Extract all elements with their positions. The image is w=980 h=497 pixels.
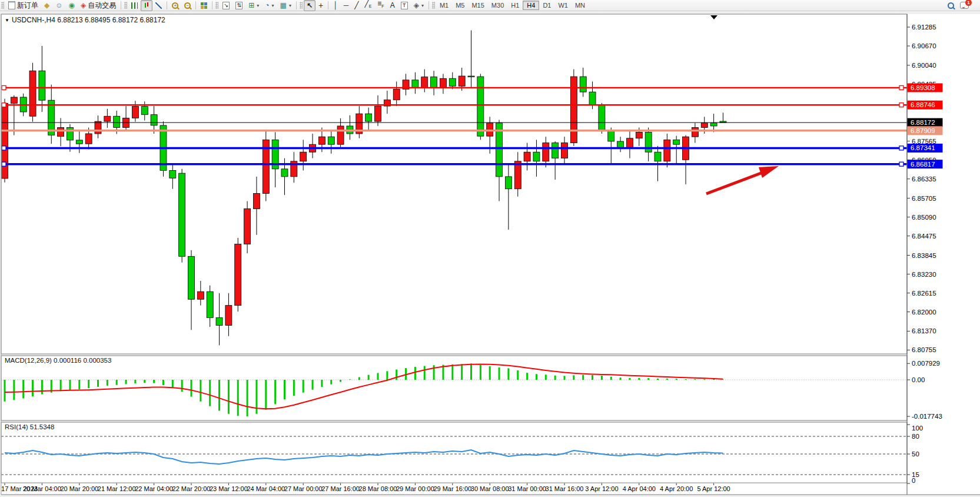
fibonacci-icon: ≡F [377, 0, 384, 10]
price-tick-label: 6.91285 [912, 24, 936, 31]
vertical-line-button[interactable]: │ [330, 0, 341, 11]
candle-body [599, 105, 605, 131]
signal-icon: ◉ [69, 2, 75, 9]
vertical-line-icon: │ [333, 2, 338, 9]
cursor-button[interactable]: ↖ [304, 0, 315, 11]
chart-header[interactable]: ▼ USDCNH-,H4 6.88213 6.88495 6.88172 6.8… [5, 16, 165, 24]
candle-body [440, 78, 446, 88]
price-tag-label: 6.89308 [911, 84, 935, 91]
timeframe-button-M1[interactable]: M1 [436, 1, 452, 9]
notifications-button[interactable]: 1 [957, 0, 972, 11]
autotrading-icon: ◈ [81, 2, 86, 9]
line-chart-button[interactable] [152, 0, 165, 11]
gold-button[interactable]: ◆ [41, 0, 52, 11]
timeframe-button-W1[interactable]: W1 [554, 1, 572, 9]
candle-body [636, 132, 642, 138]
label-icon: T [401, 2, 408, 9]
candle-body [235, 244, 241, 305]
zoom-out-icon: − [184, 2, 191, 9]
timeframe-button-M15[interactable]: M15 [468, 1, 487, 9]
price-tick-label: 6.84475 [912, 233, 936, 240]
rsi-tick-label: 50 [912, 450, 919, 458]
template-icon: ▦ [280, 2, 287, 9]
chart-canvas[interactable]: 6.912856.906706.900406.894256.888106.881… [0, 0, 980, 497]
time-tick-label: 28 Mar 08:00 [359, 485, 397, 492]
line-handle[interactable] [899, 85, 903, 90]
candle-body [589, 92, 596, 104]
line-handle[interactable] [2, 85, 6, 90]
candle-body [244, 209, 251, 244]
line-handle[interactable] [2, 162, 6, 166]
crosshair-button[interactable]: + [315, 0, 326, 11]
price-tick-label: 6.90670 [912, 42, 936, 49]
new-order-button[interactable]: 新订单 [5, 0, 41, 11]
gold-pyramid-icon: ◆ [44, 2, 49, 9]
candle-body [253, 194, 260, 209]
time-tick-label: 20 Mar 20:00 [60, 485, 98, 492]
shapes-icon: ◈ [414, 2, 419, 9]
label-button[interactable]: T [398, 0, 411, 11]
price-tag-label: 6.87341 [911, 144, 935, 151]
indicators-button[interactable]: ↘ [220, 0, 232, 11]
autotrading-button[interactable]: ◈ 自动交易 [78, 0, 119, 11]
indicator-window-button[interactable]: ⇅ [232, 0, 245, 11]
template-button[interactable]: ▦ ▾ [277, 0, 294, 11]
line-handle[interactable] [899, 162, 903, 166]
timeframe-button-MN[interactable]: MN [572, 1, 589, 9]
fibonacci-button[interactable]: ≡F [374, 0, 387, 11]
price-tick-label: 6.83845 [912, 252, 936, 259]
candle-body [170, 170, 176, 178]
time-tick-label: 27 Mar 16:00 [321, 485, 360, 492]
candlestick-chart-button[interactable] [141, 0, 152, 11]
candle-body [617, 141, 624, 147]
timeframe-button-H1[interactable]: H1 [507, 1, 523, 9]
time-tick-label: 30 Mar 08:00 [471, 485, 509, 492]
timeframe-button-M30[interactable]: M30 [488, 1, 507, 9]
candle-body [514, 161, 521, 189]
candle-body [67, 128, 73, 140]
search-icon [948, 2, 954, 9]
period-button[interactable]: ◔ ▾ [262, 0, 277, 11]
signal-button[interactable]: ◉ [66, 0, 78, 11]
toolbar-grip[interactable] [1, 2, 4, 9]
chevron-down-icon: ▾ [421, 3, 424, 8]
line-handle[interactable] [899, 146, 903, 150]
candle-body [459, 76, 465, 86]
price-tick-label: 6.82000 [912, 309, 936, 316]
time-tick-label: 29 Mar 16:00 [433, 485, 471, 492]
add-indicator-button[interactable]: ⊞ ▾ [245, 0, 262, 11]
candle-body [655, 152, 661, 161]
timeframe-button-D1[interactable]: D1 [539, 1, 554, 9]
line-handle[interactable] [2, 103, 6, 107]
candle-body [366, 114, 372, 121]
zoom-out-button[interactable]: − [181, 0, 194, 11]
zoom-in-button[interactable]: + [169, 0, 181, 11]
candle-body [281, 169, 288, 177]
macd-tick-label: 0.00 [912, 376, 925, 383]
time-tick-label: 31 Mar 16:00 [546, 485, 584, 492]
candlestick-icon [144, 2, 150, 9]
channel-button[interactable]: ╱E [361, 0, 374, 11]
timeframe-button-M5[interactable]: M5 [452, 1, 468, 9]
trendline-button[interactable]: ╱ [351, 0, 361, 11]
candle-body [95, 121, 101, 134]
candle-body [132, 107, 138, 118]
trader-button[interactable]: ☺ [52, 0, 65, 11]
candle-body [710, 123, 717, 126]
main-chart-panel[interactable] [1, 14, 907, 354]
candle-body [412, 80, 418, 88]
candle-body [431, 77, 437, 88]
search-button[interactable] [945, 0, 957, 11]
line-handle[interactable] [2, 146, 6, 150]
candle-body [570, 77, 577, 143]
tile-windows-button[interactable] [198, 0, 210, 11]
text-button[interactable]: A [387, 0, 398, 11]
shapes-button[interactable]: ◈ ▾ [411, 0, 427, 11]
cursor-icon: ↖ [307, 2, 313, 9]
candle-body [225, 306, 232, 326]
bar-chart-button[interactable] [128, 0, 141, 11]
horizontal-line-button[interactable]: ─ [341, 0, 352, 11]
line-handle[interactable] [899, 103, 903, 107]
timeframe-button-H4[interactable]: H4 [523, 1, 539, 10]
price-tick-label: 6.80755 [912, 346, 936, 353]
